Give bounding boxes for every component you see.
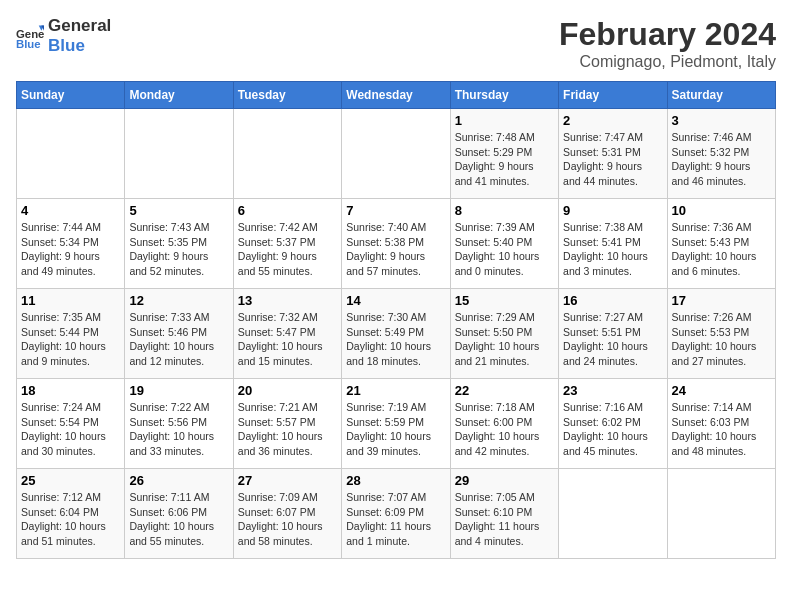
day-number: 25: [21, 473, 120, 488]
day-number: 8: [455, 203, 554, 218]
day-number: 6: [238, 203, 337, 218]
day-number: 29: [455, 473, 554, 488]
calendar-cell: 22Sunrise: 7:18 AM Sunset: 6:00 PM Dayli…: [450, 379, 558, 469]
calendar-table: SundayMondayTuesdayWednesdayThursdayFrid…: [16, 81, 776, 559]
calendar-cell: 28Sunrise: 7:07 AM Sunset: 6:09 PM Dayli…: [342, 469, 450, 559]
day-number: 26: [129, 473, 228, 488]
day-number: 12: [129, 293, 228, 308]
generalblue-logo-icon: General Blue: [16, 22, 44, 50]
day-info: Sunrise: 7:39 AM Sunset: 5:40 PM Dayligh…: [455, 220, 554, 279]
day-number: 20: [238, 383, 337, 398]
day-number: 3: [672, 113, 771, 128]
day-number: 28: [346, 473, 445, 488]
calendar-cell: 15Sunrise: 7:29 AM Sunset: 5:50 PM Dayli…: [450, 289, 558, 379]
calendar-cell: 29Sunrise: 7:05 AM Sunset: 6:10 PM Dayli…: [450, 469, 558, 559]
calendar-cell: 19Sunrise: 7:22 AM Sunset: 5:56 PM Dayli…: [125, 379, 233, 469]
calendar-cell: 16Sunrise: 7:27 AM Sunset: 5:51 PM Dayli…: [559, 289, 667, 379]
day-number: 16: [563, 293, 662, 308]
calendar-cell: 20Sunrise: 7:21 AM Sunset: 5:57 PM Dayli…: [233, 379, 341, 469]
day-number: 11: [21, 293, 120, 308]
calendar-cell: [233, 109, 341, 199]
day-info: Sunrise: 7:22 AM Sunset: 5:56 PM Dayligh…: [129, 400, 228, 459]
calendar-week-row: 11Sunrise: 7:35 AM Sunset: 5:44 PM Dayli…: [17, 289, 776, 379]
calendar-cell: 14Sunrise: 7:30 AM Sunset: 5:49 PM Dayli…: [342, 289, 450, 379]
calendar-cell: 8Sunrise: 7:39 AM Sunset: 5:40 PM Daylig…: [450, 199, 558, 289]
calendar-cell: 5Sunrise: 7:43 AM Sunset: 5:35 PM Daylig…: [125, 199, 233, 289]
day-info: Sunrise: 7:38 AM Sunset: 5:41 PM Dayligh…: [563, 220, 662, 279]
calendar-cell: 21Sunrise: 7:19 AM Sunset: 5:59 PM Dayli…: [342, 379, 450, 469]
day-number: 18: [21, 383, 120, 398]
day-info: Sunrise: 7:24 AM Sunset: 5:54 PM Dayligh…: [21, 400, 120, 459]
calendar-cell: 18Sunrise: 7:24 AM Sunset: 5:54 PM Dayli…: [17, 379, 125, 469]
day-number: 9: [563, 203, 662, 218]
calendar-cell: 1Sunrise: 7:48 AM Sunset: 5:29 PM Daylig…: [450, 109, 558, 199]
calendar-cell: 3Sunrise: 7:46 AM Sunset: 5:32 PM Daylig…: [667, 109, 775, 199]
day-number: 2: [563, 113, 662, 128]
day-number: 27: [238, 473, 337, 488]
calendar-cell: [17, 109, 125, 199]
calendar-week-row: 25Sunrise: 7:12 AM Sunset: 6:04 PM Dayli…: [17, 469, 776, 559]
calendar-cell: 25Sunrise: 7:12 AM Sunset: 6:04 PM Dayli…: [17, 469, 125, 559]
day-info: Sunrise: 7:36 AM Sunset: 5:43 PM Dayligh…: [672, 220, 771, 279]
day-info: Sunrise: 7:42 AM Sunset: 5:37 PM Dayligh…: [238, 220, 337, 279]
day-info: Sunrise: 7:43 AM Sunset: 5:35 PM Dayligh…: [129, 220, 228, 279]
day-info: Sunrise: 7:18 AM Sunset: 6:00 PM Dayligh…: [455, 400, 554, 459]
day-info: Sunrise: 7:12 AM Sunset: 6:04 PM Dayligh…: [21, 490, 120, 549]
calendar-cell: [342, 109, 450, 199]
day-info: Sunrise: 7:09 AM Sunset: 6:07 PM Dayligh…: [238, 490, 337, 549]
day-info: Sunrise: 7:21 AM Sunset: 5:57 PM Dayligh…: [238, 400, 337, 459]
day-info: Sunrise: 7:44 AM Sunset: 5:34 PM Dayligh…: [21, 220, 120, 279]
day-info: Sunrise: 7:27 AM Sunset: 5:51 PM Dayligh…: [563, 310, 662, 369]
weekday-header-saturday: Saturday: [667, 82, 775, 109]
calendar-week-row: 18Sunrise: 7:24 AM Sunset: 5:54 PM Dayli…: [17, 379, 776, 469]
calendar-cell: 7Sunrise: 7:40 AM Sunset: 5:38 PM Daylig…: [342, 199, 450, 289]
day-number: 5: [129, 203, 228, 218]
day-info: Sunrise: 7:47 AM Sunset: 5:31 PM Dayligh…: [563, 130, 662, 189]
day-info: Sunrise: 7:33 AM Sunset: 5:46 PM Dayligh…: [129, 310, 228, 369]
calendar-cell: 23Sunrise: 7:16 AM Sunset: 6:02 PM Dayli…: [559, 379, 667, 469]
weekday-header-friday: Friday: [559, 82, 667, 109]
calendar-cell: 2Sunrise: 7:47 AM Sunset: 5:31 PM Daylig…: [559, 109, 667, 199]
calendar-subtitle: Comignago, Piedmont, Italy: [559, 53, 776, 71]
day-number: 10: [672, 203, 771, 218]
weekday-header-wednesday: Wednesday: [342, 82, 450, 109]
day-number: 13: [238, 293, 337, 308]
day-number: 4: [21, 203, 120, 218]
day-number: 7: [346, 203, 445, 218]
day-number: 22: [455, 383, 554, 398]
logo-blue-text: Blue: [48, 36, 85, 55]
day-info: Sunrise: 7:32 AM Sunset: 5:47 PM Dayligh…: [238, 310, 337, 369]
calendar-cell: 9Sunrise: 7:38 AM Sunset: 5:41 PM Daylig…: [559, 199, 667, 289]
day-number: 15: [455, 293, 554, 308]
calendar-cell: 27Sunrise: 7:09 AM Sunset: 6:07 PM Dayli…: [233, 469, 341, 559]
page-header: General Blue General Blue February 2024 …: [16, 16, 776, 71]
day-info: Sunrise: 7:29 AM Sunset: 5:50 PM Dayligh…: [455, 310, 554, 369]
calendar-cell: 4Sunrise: 7:44 AM Sunset: 5:34 PM Daylig…: [17, 199, 125, 289]
day-info: Sunrise: 7:07 AM Sunset: 6:09 PM Dayligh…: [346, 490, 445, 549]
day-number: 21: [346, 383, 445, 398]
weekday-header-tuesday: Tuesday: [233, 82, 341, 109]
day-info: Sunrise: 7:19 AM Sunset: 5:59 PM Dayligh…: [346, 400, 445, 459]
day-info: Sunrise: 7:14 AM Sunset: 6:03 PM Dayligh…: [672, 400, 771, 459]
day-number: 24: [672, 383, 771, 398]
day-info: Sunrise: 7:35 AM Sunset: 5:44 PM Dayligh…: [21, 310, 120, 369]
calendar-cell: 17Sunrise: 7:26 AM Sunset: 5:53 PM Dayli…: [667, 289, 775, 379]
day-info: Sunrise: 7:48 AM Sunset: 5:29 PM Dayligh…: [455, 130, 554, 189]
calendar-week-row: 4Sunrise: 7:44 AM Sunset: 5:34 PM Daylig…: [17, 199, 776, 289]
day-number: 19: [129, 383, 228, 398]
day-info: Sunrise: 7:26 AM Sunset: 5:53 PM Dayligh…: [672, 310, 771, 369]
weekday-header-row: SundayMondayTuesdayWednesdayThursdayFrid…: [17, 82, 776, 109]
calendar-cell: 11Sunrise: 7:35 AM Sunset: 5:44 PM Dayli…: [17, 289, 125, 379]
calendar-cell: 12Sunrise: 7:33 AM Sunset: 5:46 PM Dayli…: [125, 289, 233, 379]
day-info: Sunrise: 7:40 AM Sunset: 5:38 PM Dayligh…: [346, 220, 445, 279]
day-info: Sunrise: 7:30 AM Sunset: 5:49 PM Dayligh…: [346, 310, 445, 369]
day-number: 17: [672, 293, 771, 308]
day-info: Sunrise: 7:16 AM Sunset: 6:02 PM Dayligh…: [563, 400, 662, 459]
logo: General Blue General Blue: [16, 16, 111, 56]
calendar-cell: 10Sunrise: 7:36 AM Sunset: 5:43 PM Dayli…: [667, 199, 775, 289]
weekday-header-monday: Monday: [125, 82, 233, 109]
svg-text:Blue: Blue: [16, 38, 41, 50]
calendar-cell: 6Sunrise: 7:42 AM Sunset: 5:37 PM Daylig…: [233, 199, 341, 289]
weekday-header-thursday: Thursday: [450, 82, 558, 109]
calendar-cell: [559, 469, 667, 559]
